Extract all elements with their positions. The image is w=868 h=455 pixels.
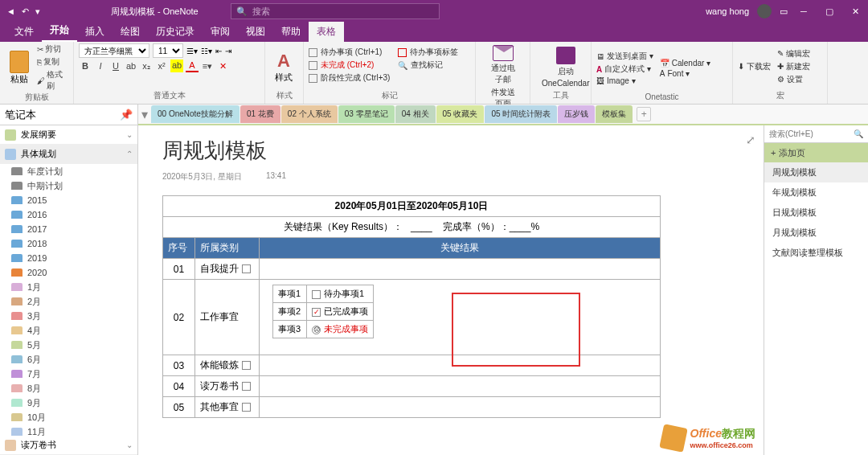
section-tab[interactable]: 05 收藏夹 — [436, 105, 485, 123]
outdent-icon[interactable]: ⇤ — [215, 47, 222, 55]
align-button[interactable]: ≡▾ — [201, 59, 214, 72]
format-painter-button[interactable]: 🖌 格式刷 — [37, 69, 68, 92]
bold-button[interactable]: B — [79, 59, 92, 72]
indent-icon[interactable]: ⇥ — [225, 47, 231, 55]
email-page-button[interactable]: 通过电子邮 件发送页面 — [481, 43, 525, 111]
table-row[interactable]: 05其他事宜 — [163, 397, 661, 418]
add-section-button[interactable]: + — [637, 107, 651, 121]
italic-button[interactable]: I — [94, 59, 107, 72]
minimize-button[interactable]: ─ — [791, 0, 817, 23]
page-search-input[interactable] — [769, 129, 854, 138]
page-canvas[interactable]: ⤢ 周规划模板 2020年5月3日, 星期日 13:41 2020年05月01日… — [138, 125, 764, 455]
table-row[interactable]: 01自我提升 — [163, 259, 661, 280]
custom-styles-button[interactable]: A 自定义样式 ▾ — [596, 64, 653, 75]
image-button[interactable]: 🖼 Image ▾ — [596, 76, 653, 85]
notebook-item[interactable]: 5月 — [0, 338, 137, 352]
section-read[interactable]: 读万卷书 ⌄ — [0, 436, 137, 455]
page-title[interactable]: 周规划模板 — [162, 137, 739, 165]
undo-icon[interactable]: ↶ — [22, 6, 29, 17]
todo-tag-button[interactable]: 待办事项标签 — [398, 47, 458, 58]
pin-icon[interactable]: 📌 — [120, 109, 133, 121]
page-list-item[interactable]: 年规划模板 — [764, 182, 868, 203]
notebook-item[interactable]: 7月 — [0, 367, 137, 381]
fullscreen-icon[interactable]: ⤢ — [746, 133, 755, 146]
page-list-item[interactable]: 日规划模板 — [764, 203, 868, 223]
superscript-button[interactable]: x² — [155, 59, 168, 72]
onecalendar-button[interactable]: 启动 OneCalendar — [535, 45, 596, 89]
download-macro-button[interactable]: ⬇ 下载宏 — [738, 61, 771, 72]
todo-item-row[interactable]: 事项2✓已完成事项 — [273, 303, 374, 321]
notebook-item[interactable]: 9月 — [0, 396, 137, 410]
todo-item-row[interactable]: 事项3☹未完成事项 — [273, 321, 374, 338]
notebook-dropdown-icon[interactable]: ▾ — [138, 107, 151, 122]
menu-draw[interactable]: 绘图 — [113, 22, 148, 42]
calendar-dd-button[interactable]: 📅 Calendar ▾ — [660, 59, 710, 68]
avatar[interactable] — [757, 4, 772, 18]
table-row[interactable]: 02工作事宜 事项1待办事项1事项2✓已完成事项事项3☹未完成事项 — [163, 280, 661, 355]
notebook-item[interactable]: 中期计划 — [0, 178, 137, 193]
notebook-item[interactable]: 2019 — [0, 251, 137, 265]
number-list-icon[interactable]: ☷▾ — [201, 47, 212, 55]
notebook-item[interactable]: 2015 — [0, 193, 137, 207]
section-outline[interactable]: 发展纲要 ⌄ — [0, 125, 137, 145]
copy-button[interactable]: ⎘ 复制 — [37, 56, 68, 68]
table-row[interactable]: 04读万卷书 — [163, 376, 661, 397]
ribbon-options-icon[interactable]: ▭ — [780, 6, 788, 17]
underline-button[interactable]: U — [109, 59, 122, 72]
section-tab[interactable]: 05 时间统计附表 — [485, 105, 557, 123]
notebook-item[interactable]: 年度计划 — [0, 164, 137, 178]
redo-icon[interactable]: ▾ — [35, 6, 40, 17]
notebook-item[interactable]: 11月 — [0, 424, 137, 436]
font-color-button[interactable]: A — [186, 59, 199, 72]
notebook-item[interactable]: 2月 — [0, 294, 137, 309]
page-search[interactable]: 🔍 — [764, 125, 868, 143]
macro-settings-button[interactable]: ⚙ 设置 — [777, 74, 810, 85]
section-tab[interactable]: 01 花费 — [240, 105, 280, 123]
notebook-item[interactable]: 6月 — [0, 352, 137, 367]
section-tab[interactable]: 02 个人系统 — [281, 105, 338, 123]
page-list-item[interactable]: 周规划模板 — [764, 162, 868, 182]
subscript-button[interactable]: x₂ — [140, 59, 153, 72]
notebook-item[interactable]: 4月 — [0, 323, 137, 338]
highlight-button[interactable]: ab — [170, 59, 183, 72]
section-plan[interactable]: 具体规划 ⌃ — [0, 145, 137, 164]
section-tab[interactable]: 03 零星笔记 — [338, 105, 395, 123]
maximize-button[interactable]: ▢ — [817, 0, 842, 23]
font-size-select[interactable]: 11.5 — [153, 43, 183, 58]
bullet-list-icon[interactable]: ☰▾ — [186, 47, 198, 55]
section-tab[interactable]: 压岁钱 — [558, 105, 595, 123]
tag-phase[interactable]: 阶段性完成 (Ctrl+3) — [309, 72, 390, 84]
tag-undone[interactable]: 未完成 (Ctrl+2) — [309, 59, 390, 71]
close-button[interactable]: ✕ — [842, 0, 868, 23]
menu-review[interactable]: 审阅 — [203, 22, 238, 42]
menu-help[interactable]: 帮助 — [273, 22, 309, 42]
styles-button[interactable]: A 样式 — [270, 49, 297, 85]
paste-button[interactable]: 粘贴 — [5, 49, 34, 87]
checkbox-icon[interactable] — [312, 290, 321, 299]
notebook-item[interactable]: 1月 — [0, 280, 137, 294]
new-macro-button[interactable]: ✚ 新建宏 — [777, 61, 810, 72]
edit-macro-button[interactable]: ✎ 编辑宏 — [777, 48, 810, 59]
notebook-item[interactable]: 2017 — [0, 222, 137, 236]
notebook-item[interactable]: 2018 — [0, 236, 137, 251]
menu-home[interactable]: 开始 — [42, 20, 77, 42]
font-family-select[interactable]: 方正兰亭细黑 — [79, 43, 149, 58]
notebook-item[interactable]: 2016 — [0, 207, 137, 222]
cut-button[interactable]: ✂ 剪切 — [37, 43, 68, 55]
notebook-item[interactable]: 3月 — [0, 309, 137, 323]
todo-item-row[interactable]: 事项1待办事项1 — [273, 285, 374, 303]
menu-history[interactable]: 历史记录 — [148, 22, 203, 42]
font-dd-button[interactable]: A Font ▾ — [660, 69, 710, 78]
checkbox-checked-icon[interactable]: ✓ — [312, 308, 321, 317]
page-list-item[interactable]: 月规划模板 — [764, 223, 868, 243]
notebook-item[interactable]: 2020 — [0, 265, 137, 280]
menu-view[interactable]: 视图 — [238, 22, 273, 42]
section-tab[interactable]: 00 OneNote技能分解 — [151, 105, 240, 123]
search-box[interactable]: 🔍 搜索 — [231, 3, 440, 19]
page-list-item[interactable]: 文献阅读整理模板 — [764, 243, 868, 263]
find-tags-button[interactable]: 🔍查找标记 — [398, 59, 458, 71]
section-tab[interactable]: 04 相关 — [395, 105, 436, 123]
send-desktop-button[interactable]: 🖥 发送到桌面 ▾ — [596, 51, 653, 62]
clear-format-button[interactable]: ✕ — [216, 59, 229, 72]
sad-face-icon[interactable]: ☹ — [312, 326, 321, 334]
